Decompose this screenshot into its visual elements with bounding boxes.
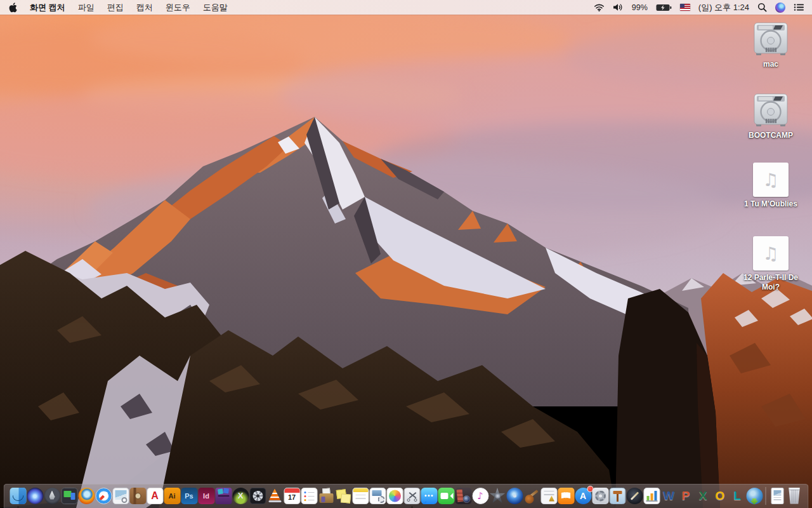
decor [421, 488, 437, 504]
dock-icon-vlc[interactable] [266, 488, 283, 504]
dock-icon-indesign[interactable]: Id [198, 488, 214, 504]
dock-icon-media-docs[interactable] [540, 488, 557, 504]
dock-icon-preview[interactable] [112, 488, 129, 504]
desktop-icon-mac[interactable]: mac [735, 22, 807, 69]
apple-menu[interactable] [0, 3, 23, 13]
decor: W [660, 488, 677, 504]
dock-icon-calendar[interactable]: 17 [284, 488, 300, 504]
dock-icon-finder[interactable] [10, 488, 26, 504]
dock-icon-firefox[interactable] [78, 488, 95, 504]
dock-icon-stickies[interactable] [335, 488, 351, 504]
decor [134, 493, 141, 499]
hard-drive-icon [750, 93, 791, 128]
menu-help[interactable]: 도움말 [197, 0, 234, 15]
decor [10, 488, 26, 504]
dock-icon-photo-booth[interactable] [455, 488, 471, 504]
decor [523, 488, 540, 504]
decor: ♪ [472, 488, 488, 504]
wifi-icon[interactable] [594, 3, 605, 11]
menu-edit[interactable]: 편집 [101, 0, 130, 15]
dock-icon-garageband[interactable] [523, 488, 540, 504]
menu-capture[interactable]: 캡처 [130, 0, 159, 15]
dock-icon-messages[interactable] [421, 488, 437, 504]
dock-icon-siri[interactable] [27, 488, 43, 504]
siri-icon[interactable] [775, 3, 785, 13]
sierra-wallpaper [0, 0, 812, 508]
desktop-icon-bootcamp[interactable]: BOOTCAMP [735, 93, 807, 140]
decor [355, 495, 365, 496]
dock-icon-imovie[interactable] [489, 488, 506, 504]
menu-window[interactable]: 윈도우 [159, 0, 197, 15]
decor [650, 493, 653, 501]
decor [424, 495, 426, 497]
dock-icon-x-viewer[interactable]: X [232, 488, 249, 504]
decor: 17 [284, 493, 299, 501]
dock-icon-illustrator[interactable]: Ai [164, 488, 180, 504]
desktop-icon-audio-1[interactable]: 1 Tu M'Oublies [735, 163, 807, 209]
decor [223, 488, 229, 493]
decor [599, 494, 602, 497]
dock-icon-itunes[interactable]: ♪ [472, 488, 488, 504]
dock-icon-numbers[interactable] [643, 488, 660, 504]
decor [768, 109, 775, 116]
decor: A [147, 488, 163, 504]
dock-icon-safari[interactable] [95, 488, 112, 504]
dock-icon-outlook[interactable]: O [712, 488, 728, 504]
dock-icon-photoshop[interactable]: Ps [181, 488, 197, 504]
dock-icon-journal[interactable] [129, 488, 146, 504]
dock-icon-toast[interactable] [215, 488, 232, 504]
volume-icon[interactable] [613, 3, 624, 11]
decor: Ps [185, 492, 193, 500]
dock-icon-system-preferences[interactable] [592, 488, 608, 504]
decor [797, 7, 804, 8]
decor [773, 497, 781, 498]
dock-icon-archive-box[interactable] [318, 488, 334, 504]
decor [304, 499, 314, 501]
decor [455, 488, 471, 504]
dock-icon-app-store[interactable]: A [575, 488, 591, 504]
menu-file[interactable]: 파일 [72, 0, 101, 15]
dock-icon-facetime[interactable] [438, 488, 454, 504]
dock-icon-launchpad[interactable] [44, 488, 60, 504]
decor [771, 119, 773, 123]
decor [525, 495, 534, 504]
dock-icon-displays[interactable] [61, 488, 77, 504]
dock-icon-grab[interactable] [403, 488, 420, 504]
decor [794, 6, 796, 8]
keyboard-flag-us-icon[interactable] [680, 4, 690, 11]
battery-charging-icon[interactable] [656, 4, 672, 11]
dock-icon-disk-fan-utility[interactable] [249, 488, 266, 504]
dock-icon-notes[interactable] [352, 488, 369, 504]
dock-icon-photos[interactable] [386, 488, 403, 504]
dock-icon-trash[interactable] [786, 488, 802, 504]
menu-app-name[interactable]: 화면 캡처 [23, 0, 72, 15]
decor [609, 488, 625, 504]
dock-icon-reminders[interactable] [301, 488, 317, 504]
dock-icon-keynote[interactable] [609, 488, 625, 504]
dock-icon-acrobat-reader[interactable]: A [147, 488, 163, 504]
dock-icon-globe-download[interactable] [746, 488, 763, 504]
audio-file-icon [753, 163, 789, 197]
decor [304, 491, 306, 493]
decor [308, 500, 314, 501]
decor [768, 48, 769, 52]
dock-icon-script-doc[interactable] [369, 488, 386, 504]
decor [619, 4, 622, 10]
dock-icon-pages[interactable] [626, 488, 643, 504]
decor [759, 26, 773, 30]
dock-icon-document-file[interactable] [769, 488, 785, 504]
dock-icon-word[interactable]: W [660, 488, 677, 504]
desktop-icon-audio-2[interactable]: 12 Parle-T-Il De Moi? [735, 236, 807, 292]
menu-clock[interactable]: (일) 오후 1:24 [698, 2, 749, 13]
spotlight-search-icon[interactable] [757, 3, 767, 12]
decor [304, 495, 314, 497]
dock-icon-ibooks[interactable] [558, 488, 574, 504]
decor [353, 488, 368, 492]
dock-icon-powerpoint[interactable]: P [678, 488, 694, 504]
decor [308, 496, 314, 497]
dock-icon-lync[interactable]: L [729, 488, 745, 504]
dock-icon-idvd[interactable] [506, 488, 523, 504]
dock-icon-excel[interactable]: X [695, 488, 711, 504]
decor [377, 496, 384, 503]
notification-center-icon[interactable] [794, 3, 804, 11]
